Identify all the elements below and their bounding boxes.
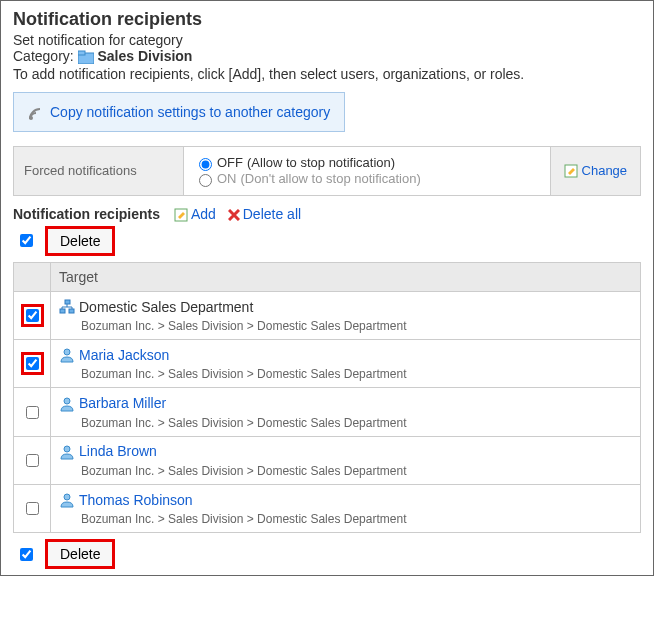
target-name-link[interactable]: Barbara Miller [79, 395, 166, 411]
target-name-text: Domestic Sales Department [79, 299, 253, 315]
col-check [14, 262, 51, 291]
category-name: Sales Division [97, 48, 192, 64]
category-line: Category: Sales Division [13, 48, 641, 64]
recipients-list-label: Notification recipients Add Delete all [13, 206, 641, 222]
row-checkbox[interactable] [26, 454, 39, 467]
delete-button-top[interactable]: Delete [47, 228, 113, 254]
add-icon [174, 206, 188, 222]
target-path: Bozuman Inc. > Sales Division > Domestic… [59, 416, 632, 430]
delete-all-icon [228, 206, 240, 222]
target-path: Bozuman Inc. > Sales Division > Domestic… [59, 319, 632, 333]
select-all-top-checkbox[interactable] [20, 234, 33, 247]
svg-rect-1 [78, 51, 85, 55]
forced-off-hint: (Allow to stop notification) [247, 155, 395, 170]
row-checkbox[interactable] [26, 502, 39, 515]
change-label: Change [582, 163, 628, 178]
forced-label: Forced notifications [14, 146, 184, 195]
copy-settings-link[interactable]: Copy notification settings to another ca… [50, 104, 330, 120]
forced-notifications-table: Forced notifications OFF (Allow to stop … [13, 146, 641, 196]
change-link[interactable]: Change [564, 163, 627, 178]
target-path: Bozuman Inc. > Sales Division > Domestic… [59, 512, 632, 526]
instructions: To add notification recipients, click [A… [13, 66, 641, 82]
row-checkbox[interactable] [26, 406, 39, 419]
target-path: Bozuman Inc. > Sales Division > Domestic… [59, 367, 632, 381]
org-icon [59, 298, 75, 315]
forced-on-hint: (Don't allow to stop notification) [241, 171, 421, 186]
table-row: Maria JacksonBozuman Inc. > Sales Divisi… [14, 340, 641, 388]
forced-off-radio[interactable] [199, 158, 212, 171]
svg-rect-5 [65, 300, 70, 304]
delete-all-link[interactable]: Delete all [228, 206, 301, 222]
table-row: Barbara MillerBozuman Inc. > Sales Divis… [14, 388, 641, 436]
user-icon [59, 491, 75, 508]
delete-button-bottom[interactable]: Delete [47, 541, 113, 567]
svg-point-11 [64, 494, 70, 500]
table-row: Domestic Sales DepartmentBozuman Inc. > … [14, 291, 641, 339]
broadcast-icon [28, 103, 44, 120]
target-name-link[interactable]: Linda Brown [79, 443, 157, 459]
user-icon [59, 394, 75, 411]
select-all-bottom-checkbox[interactable] [20, 548, 33, 561]
target-path: Bozuman Inc. > Sales Division > Domestic… [59, 464, 632, 478]
svg-rect-6 [60, 309, 65, 313]
forced-off-label: OFF [217, 155, 243, 170]
copy-settings-box[interactable]: Copy notification settings to another ca… [13, 92, 345, 131]
row-checkbox[interactable] [26, 309, 39, 322]
edit-icon [564, 163, 582, 178]
folder-icon [78, 50, 94, 64]
notification-recipients-panel: Notification recipients Set notification… [0, 0, 654, 576]
user-icon [59, 443, 75, 460]
forced-on-label: ON [217, 171, 237, 186]
svg-rect-7 [69, 309, 74, 313]
col-target: Target [51, 262, 641, 291]
user-icon [59, 346, 75, 363]
table-row: Linda BrownBozuman Inc. > Sales Division… [14, 436, 641, 484]
svg-point-9 [64, 398, 70, 404]
page-title: Notification recipients [13, 9, 641, 30]
bottom-toolbar: Delete [13, 541, 641, 567]
top-toolbar: Delete [13, 228, 641, 254]
target-name-link[interactable]: Thomas Robinson [79, 492, 193, 508]
svg-point-10 [64, 446, 70, 452]
forced-options: OFF (Allow to stop notification) ON (Don… [184, 146, 551, 195]
svg-point-8 [64, 349, 70, 355]
table-row: Thomas RobinsonBozuman Inc. > Sales Divi… [14, 485, 641, 533]
subhead: Set notification for category [13, 32, 641, 48]
forced-on-radio[interactable] [199, 174, 212, 187]
targets-table: Target Domestic Sales DepartmentBozuman … [13, 262, 641, 533]
category-label: Category: [13, 48, 74, 64]
svg-point-2 [29, 116, 33, 120]
row-checkbox[interactable] [26, 357, 39, 370]
target-name-link[interactable]: Maria Jackson [79, 347, 169, 363]
add-link[interactable]: Add [174, 206, 216, 222]
